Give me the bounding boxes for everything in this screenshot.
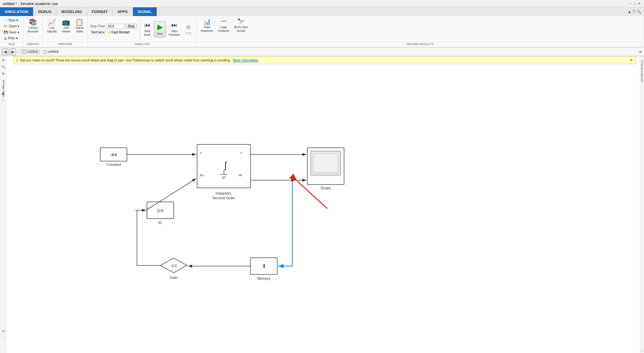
sidebar-zoom-in-icon[interactable]: 🔍 xyxy=(1,64,6,70)
open-button[interactable]: 📂 Open ▾ xyxy=(2,23,21,29)
birds-eye-scope-button[interactable]: 🔭 Bird's-EyeScope xyxy=(232,17,250,34)
logic-analyzer-icon: 〰 xyxy=(221,19,227,25)
ribbon-section-library: 📚 LibraryBrowser LIBRARY xyxy=(23,16,43,47)
titlebar-title: untitled * - Simulink academic use xyxy=(3,2,58,6)
new-icon: 📄 xyxy=(4,18,8,22)
breadcrumb-tab[interactable]: 📋 untitled xyxy=(20,49,40,54)
breadcrumb-separator: | xyxy=(17,50,18,54)
close-button[interactable]: ✕ xyxy=(637,2,641,6)
sidebar-box-icon[interactable]: □ xyxy=(1,98,6,103)
ribbon-section-simulate: Stop Time Stop Normal ▾ ⚡ Fast Restart xyxy=(88,16,197,47)
integrator-block[interactable]: u x dx₀ dx ∫ 1 s² xyxy=(197,144,251,188)
ribbon-file-label: FILE xyxy=(1,42,22,46)
simulink-canvas[interactable]: -9.8 Constant u x dx₀ dx ∫ 1 s² Integrat… xyxy=(7,65,640,353)
model-browser-label[interactable]: Model Browser xyxy=(2,80,5,97)
ribbon-prepare-label: PREPARE xyxy=(44,42,86,46)
tab-simulation[interactable]: SIMULATION xyxy=(0,7,33,16)
signal-table-button[interactable]: 📋 SignalTable xyxy=(73,17,86,35)
integrator-label2: Second-Order xyxy=(212,196,235,200)
step-forward-icon: ⏭ xyxy=(171,22,177,29)
ic-block[interactable]: [15] xyxy=(147,202,174,219)
help-icon[interactable]: ? xyxy=(633,9,635,14)
memory-block[interactable]: ⬇ xyxy=(251,258,277,274)
run-button[interactable]: ▶ Run xyxy=(154,21,166,37)
scope-label: Scope xyxy=(320,186,331,190)
breadcrumb-tab-label: untitled xyxy=(27,50,38,53)
ribbon-library-label: LIBRARY xyxy=(25,42,41,46)
stop-button[interactable]: Stop xyxy=(125,24,137,29)
search-icon[interactable]: 🔍 xyxy=(636,9,641,14)
tab-apps[interactable]: APPS xyxy=(113,7,133,16)
scope-block[interactable] xyxy=(307,148,344,185)
red-arrow-annotation xyxy=(297,181,327,209)
open-dropdown-icon: ▾ xyxy=(18,24,19,28)
solver-mode-dropdown[interactable]: Normal ▾ xyxy=(90,30,106,35)
ribbon-prepare-buttons: 📈 LogSignals 📺 AddViewer 📋 SignalTable xyxy=(44,17,86,42)
step-back-button[interactable]: ⏮ StepBack xyxy=(141,20,153,38)
sidebar-zoom-fit-icon[interactable]: ⊕ xyxy=(1,57,6,63)
ic-label: IC xyxy=(159,221,162,225)
svg-rect-4 xyxy=(197,144,251,188)
new-dropdown-icon: ▾ xyxy=(16,18,18,22)
property-inspector-label[interactable]: Property Inspector xyxy=(641,60,644,82)
constant-block[interactable]: -9.8 xyxy=(100,148,127,161)
data-inspector-button[interactable]: 📊 DataInspector xyxy=(199,17,215,34)
right-sidebar-strip: Property Inspector « xyxy=(640,56,644,353)
minimize-button[interactable]: ─ xyxy=(628,2,632,6)
step-forward-button[interactable]: ⏭ StepForward xyxy=(167,20,182,38)
fast-restart-button[interactable]: ⚡ Fast Restart xyxy=(107,30,130,34)
integrator-fraction: 1 xyxy=(223,170,225,175)
canvas-wrapper[interactable]: ℹ Did you mean to scroll? Press the mous… xyxy=(7,56,640,353)
titlebar-controls: ─ □ ✕ xyxy=(628,2,641,6)
notification-text: Did you mean to scroll? Press the mouse … xyxy=(20,58,231,62)
step-back-icon: ⏮ xyxy=(144,22,150,29)
stop-time-label: Stop Time xyxy=(90,24,105,28)
stop-sim-button[interactable]: ⏹ Stop xyxy=(182,22,194,36)
ribbon-review-label: REVIEW RESULTS xyxy=(198,42,642,46)
ribbon-section-prepare: 📈 LogSignals 📺 AddViewer 📋 SignalTable P… xyxy=(43,16,88,47)
sidebar-bottom-icon2[interactable]: 📄 xyxy=(1,335,6,340)
gain-label: Gain xyxy=(170,275,177,279)
integrator-denominator: s² xyxy=(222,175,225,180)
notification-link[interactable]: More information. xyxy=(233,58,259,62)
panel-collapse-icon[interactable]: ≫ xyxy=(639,50,642,53)
breadcrumb-forward-button[interactable]: ▶ xyxy=(10,48,16,55)
ribbon-collapse-icon[interactable]: ▲ xyxy=(627,9,631,14)
print-button[interactable]: 🖨 Print ▾ xyxy=(2,35,21,41)
logic-analyzer-button[interactable]: 〰 LogicAnalyzer xyxy=(216,17,231,34)
ribbon-file-buttons: 📄 New ▾ 📂 Open ▾ 💾 Save ▾ 🖨 Print xyxy=(1,17,22,42)
library-browser-button[interactable]: 📚 LibraryBrowser xyxy=(25,17,40,35)
ribbon-section-review: 📊 DataInspector 〰 LogicAnalyzer 🔭 Bird's… xyxy=(197,16,644,47)
add-viewer-button[interactable]: 📺 AddViewer xyxy=(59,17,72,35)
maximize-button[interactable]: □ xyxy=(633,2,637,6)
integrator-x-label: x xyxy=(240,151,242,154)
integrator-dx-label: dx xyxy=(239,173,242,177)
ribbon-simulate-content: Stop Time Stop Normal ▾ ⚡ Fast Restart xyxy=(89,17,195,42)
library-browser-icon: 📚 xyxy=(29,19,37,25)
tab-format[interactable]: FORMAT xyxy=(87,7,113,16)
panel-collapse-btn[interactable]: « xyxy=(642,349,643,352)
ribbon-review-buttons: 📊 DataInspector 〰 LogicAnalyzer 🔭 Bird's… xyxy=(198,17,642,42)
ribbon: 📄 New ▾ 📂 Open ▾ 💾 Save ▾ 🖨 Print xyxy=(0,16,644,47)
log-signals-button[interactable]: 📈 LogSignals xyxy=(45,17,59,35)
solver-dropdown-icon: ▾ xyxy=(103,30,105,34)
breadcrumb-back-button[interactable]: ◀ xyxy=(2,48,8,55)
integrator-dx0-label: dx₀ xyxy=(200,173,204,177)
svg-rect-7 xyxy=(313,154,338,172)
stop-time-input[interactable] xyxy=(106,24,124,29)
new-button[interactable]: 📄 New ▾ xyxy=(2,17,21,23)
data-inspector-icon: 📊 xyxy=(203,19,211,25)
gain-block[interactable]: -0.8 xyxy=(160,258,187,273)
breadcrumb-bar: ◀ ▶ | 📋 untitled 📋 untitled ≫ xyxy=(0,47,644,56)
sidebar-bottom-icon1[interactable]: 🗂 xyxy=(1,328,6,334)
sidebar-zoom-box-icon[interactable]: ⊞ xyxy=(1,71,6,76)
tab-signal[interactable]: SIGNAL xyxy=(133,7,157,16)
notification-close-button[interactable]: ✕ xyxy=(630,58,633,63)
tab-debug[interactable]: DEBUG xyxy=(33,7,57,16)
svg-text:[15]: [15] xyxy=(157,209,163,213)
save-button[interactable]: 💾 Save ▾ xyxy=(2,29,21,35)
solver-mode-value: Normal xyxy=(91,30,102,34)
stop-sim-icon: ⏹ xyxy=(185,24,191,31)
tab-modeling[interactable]: MODELING xyxy=(57,7,87,16)
open-icon: 📂 xyxy=(4,24,8,28)
